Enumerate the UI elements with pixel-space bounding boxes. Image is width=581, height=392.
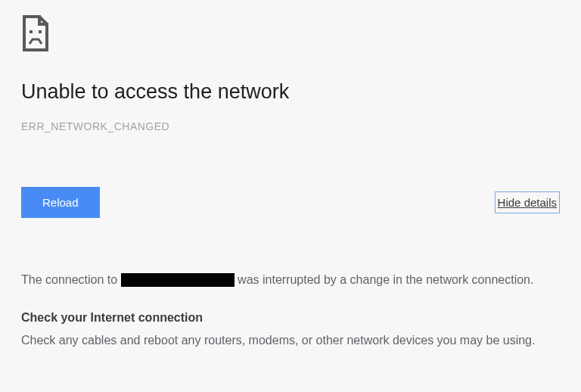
button-row: Reload Hide details: [21, 187, 560, 218]
reload-button[interactable]: Reload: [21, 187, 100, 218]
details-prefix: The connection to: [21, 273, 121, 286]
error-title: Unable to access the network: [21, 80, 560, 104]
details-message: The connection to was interrupted by a c…: [21, 269, 560, 290]
sad-page-icon: [21, 14, 51, 53]
error-code: ERR_NETWORK_CHANGED: [21, 120, 560, 132]
svg-rect-1: [39, 30, 42, 33]
error-icon-container: [21, 14, 560, 53]
check-body: Check any cables and reboot any routers,…: [21, 331, 560, 350]
details-suffix: was interrupted by a change in the netwo…: [238, 273, 533, 286]
redacted-url: [121, 273, 235, 287]
svg-rect-0: [30, 30, 33, 33]
check-heading: Check your Internet connection: [21, 311, 560, 325]
hide-details-link[interactable]: Hide details: [495, 191, 560, 213]
